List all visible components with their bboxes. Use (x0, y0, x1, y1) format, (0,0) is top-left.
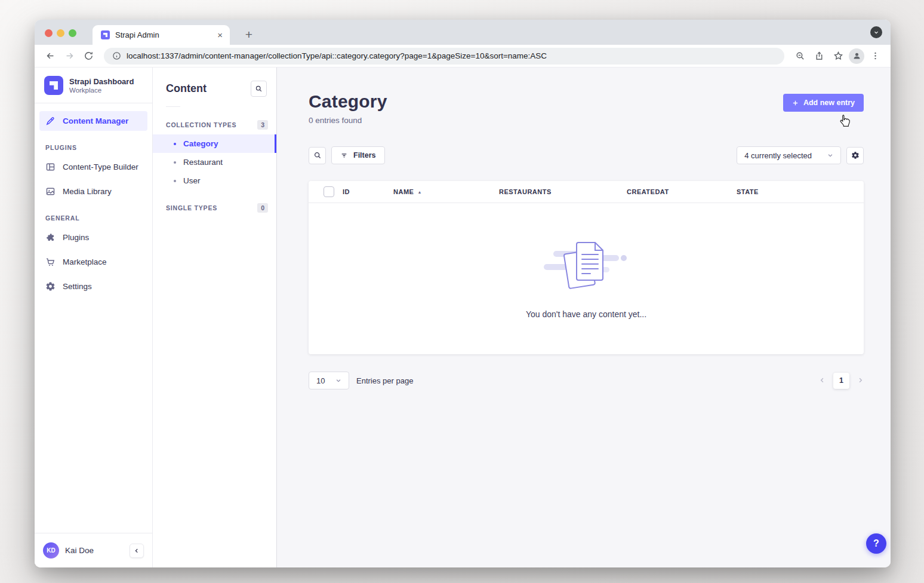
workspace-name: Workplace (69, 87, 134, 94)
sidebar-section-general: GENERAL (35, 204, 152, 225)
sidebar-item-settings[interactable]: Settings (39, 277, 147, 296)
collection-type-label: User (183, 176, 201, 185)
sidebar-item-label: Settings (63, 282, 92, 291)
cursor-pointer (837, 113, 853, 129)
main-content: Category 0 entries found Add new entry F… (277, 67, 891, 567)
add-new-entry-button[interactable]: Add new entry (783, 94, 864, 112)
sidebar-item-content-type-builder[interactable]: Content-Type Builder (39, 157, 147, 177)
collection-type-label: Category (183, 139, 218, 148)
next-page-icon[interactable] (857, 375, 864, 386)
forward-icon[interactable] (61, 48, 78, 65)
site-info-icon[interactable] (112, 51, 121, 60)
new-tab-button[interactable]: + (240, 26, 258, 44)
sidebar-item-label: Plugins (63, 233, 89, 242)
single-types-count-badge: 0 (257, 203, 268, 213)
user-name: Kai Doe (65, 546, 124, 555)
sidebar-item-label: Media Library (63, 187, 112, 196)
sidebar-item-plugins[interactable]: Plugins (39, 228, 147, 247)
page-size-value: 10 (316, 376, 325, 385)
download-indicator-icon[interactable] (870, 26, 882, 38)
collection-type-restaurant[interactable]: Restaurant (153, 153, 276, 171)
strapi-logo (44, 76, 63, 95)
bullet-icon (174, 161, 176, 164)
chevron-down-icon (827, 151, 833, 160)
single-types-label: SINGLE TYPES (166, 204, 217, 211)
gear-icon (45, 281, 56, 292)
table-settings-button[interactable] (846, 147, 864, 164)
maximize-window-button[interactable] (69, 29, 76, 37)
collection-type-label: Restaurant (183, 158, 223, 167)
entries-count: 0 entries found (309, 116, 387, 125)
share-icon[interactable] (811, 48, 827, 65)
sidebar-item-content-manager[interactable]: Content Manager (39, 111, 147, 131)
image-icon (45, 186, 56, 197)
search-icon (313, 151, 322, 159)
puzzle-icon (45, 232, 56, 243)
sidebar-item-label: Content Manager (63, 116, 128, 125)
url-bar[interactable]: localhost:1337/admin/content-manager/col… (104, 48, 784, 65)
collection-types-count-badge: 3 (257, 120, 268, 130)
browser-profile-icon[interactable] (849, 48, 864, 64)
column-header-restaurants[interactable]: RESTAURANTS (499, 188, 627, 195)
tab-title: Strapi Admin (115, 30, 211, 39)
sidebar-user-block: KD Kai Doe (35, 533, 152, 567)
empty-documents-illustration (541, 239, 631, 294)
collapse-sidebar-button[interactable] (130, 544, 144, 558)
tab-strip: Strapi Admin × + (35, 20, 891, 45)
window-controls (45, 29, 76, 37)
fields-selected-dropdown[interactable]: 4 currently selected (737, 146, 841, 164)
back-icon[interactable] (42, 48, 58, 65)
sidebar-item-marketplace[interactable]: Marketplace (39, 252, 147, 272)
search-content-types-button[interactable] (251, 81, 267, 97)
column-header-createdat[interactable]: CREATEDAT (627, 188, 737, 195)
browser-menu-icon[interactable] (867, 48, 883, 65)
close-window-button[interactable] (45, 29, 53, 37)
gear-icon (851, 151, 860, 159)
workspace-header[interactable]: Strapi Dashboard Workplace (35, 67, 152, 103)
sort-ascending-icon[interactable]: ▲ (417, 190, 421, 194)
page-size-dropdown[interactable]: 10 (309, 372, 349, 389)
browser-window: Strapi Admin × + localhost:1337/admin/co… (35, 20, 891, 567)
page-number-1[interactable]: 1 (833, 373, 849, 389)
entries-table: ID NAME ▲ RESTAURANTS CREATEDAT STATE (309, 181, 864, 354)
empty-message: You don't have any content yet... (526, 309, 646, 319)
fields-selected-value: 4 currently selected (744, 151, 812, 160)
column-header-name[interactable]: NAME (393, 188, 414, 195)
user-avatar[interactable]: KD (43, 542, 59, 559)
zoom-out-icon[interactable] (791, 48, 808, 65)
tab-close-icon[interactable]: × (216, 30, 224, 40)
collection-type-category[interactable]: Category (153, 134, 276, 153)
strapi-admin-app: Strapi Dashboard Workplace Content Manag… (35, 67, 891, 567)
cart-icon (45, 257, 56, 267)
entries-per-page-label: Entries per page (356, 376, 413, 385)
main-sidebar: Strapi Dashboard Workplace Content Manag… (35, 67, 153, 567)
pagination-row: 10 Entries per page 1 (309, 372, 864, 389)
url-text: localhost:1337/admin/content-manager/col… (127, 51, 547, 60)
minimize-window-button[interactable] (57, 29, 64, 37)
browser-toolbar: localhost:1337/admin/content-manager/col… (35, 45, 891, 67)
empty-state: You don't have any content yet... (309, 203, 864, 354)
filters-label: Filters (353, 151, 376, 159)
column-header-id[interactable]: ID (343, 188, 393, 195)
bookmark-star-icon[interactable] (830, 48, 846, 65)
reload-icon[interactable] (80, 48, 97, 65)
column-header-state[interactable]: STATE (737, 188, 864, 195)
filters-button[interactable]: Filters (331, 146, 385, 164)
plus-icon (792, 100, 799, 106)
select-all-checkbox[interactable] (324, 186, 334, 197)
collection-type-user[interactable]: User (153, 171, 276, 190)
strapi-favicon (101, 30, 110, 39)
bullet-icon (174, 180, 176, 182)
sidebar-item-label: Content-Type Builder (63, 162, 138, 171)
browser-tab[interactable]: Strapi Admin × (93, 25, 230, 45)
sidebar-item-media-library[interactable]: Media Library (39, 182, 147, 201)
sidebar-item-label: Marketplace (63, 257, 107, 266)
search-entries-button[interactable] (309, 147, 326, 164)
layout-icon (45, 162, 56, 172)
pen-icon (45, 116, 56, 126)
previous-page-icon[interactable] (819, 375, 826, 386)
filter-icon (340, 152, 348, 159)
help-button[interactable]: ? (866, 533, 886, 554)
chevron-left-icon (134, 548, 140, 554)
content-panel: Content COLLECTION TYPES 3 Category Rest… (153, 67, 277, 567)
